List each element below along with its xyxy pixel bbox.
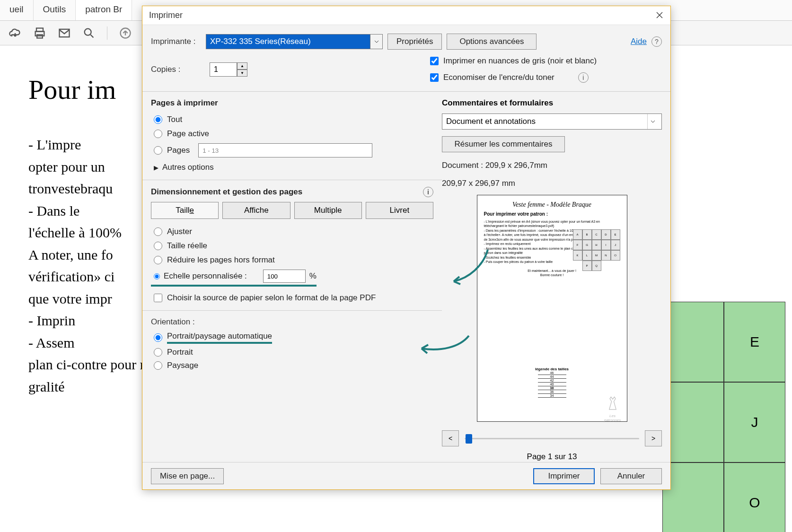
dialog-title-bar: Imprimer bbox=[142, 6, 670, 25]
mail-icon[interactable] bbox=[58, 26, 71, 40]
custom-scale-row[interactable]: Echelle personnalisée : % bbox=[151, 267, 317, 287]
pages-range-label: Pages bbox=[167, 146, 190, 155]
copies-down-button[interactable]: ▼ bbox=[237, 70, 247, 77]
next-page-button[interactable]: > bbox=[645, 430, 662, 446]
fit-row[interactable]: Ajuster bbox=[151, 225, 433, 239]
prev-page-button[interactable]: < bbox=[442, 430, 459, 446]
pages-group-title: Pages à imprimer bbox=[151, 98, 218, 108]
preview-frame: Veste femme - Modèle Braque Pour imprime… bbox=[477, 195, 627, 422]
help-icon[interactable]: ? bbox=[651, 36, 662, 47]
preview-nav: < > bbox=[442, 430, 662, 446]
actual-radio[interactable] bbox=[154, 242, 162, 250]
summarize-comments-label: Résumer les commentaires bbox=[455, 140, 553, 149]
up-icon[interactable] bbox=[119, 26, 132, 40]
size-tab-poster[interactable]: Affiche bbox=[222, 202, 290, 219]
fit-radio[interactable] bbox=[154, 227, 162, 236]
search-icon[interactable] bbox=[82, 26, 96, 40]
grayscale-checkbox-row[interactable]: Imprimer en nuances de gris (noir et bla… bbox=[430, 56, 597, 66]
orientation-title: Orientation : bbox=[151, 317, 433, 327]
green-cell-left bbox=[662, 462, 724, 532]
tab-tools[interactable]: Outils bbox=[34, 0, 76, 20]
dialog-title: Imprimer bbox=[149, 10, 183, 20]
pages-range-input[interactable] bbox=[198, 143, 372, 157]
help-link[interactable]: Aide bbox=[631, 37, 647, 46]
orientation-portrait-radio[interactable] bbox=[154, 348, 162, 357]
page-setup-button[interactable]: Mise en page... bbox=[151, 468, 224, 484]
pages-all-row[interactable]: Tout bbox=[151, 113, 433, 127]
green-cell-o: O bbox=[724, 462, 785, 532]
slider-thumb[interactable] bbox=[466, 434, 472, 444]
info-icon[interactable]: i bbox=[578, 72, 589, 83]
pages-all-radio[interactable] bbox=[154, 115, 162, 124]
green-cell-j-label: J bbox=[751, 414, 758, 430]
comments-select-value: Document et annotations bbox=[446, 117, 536, 126]
copies-up-button[interactable]: ▲ bbox=[237, 62, 247, 70]
cancel-button-label: Annuler bbox=[617, 471, 645, 481]
paper-source-row[interactable]: Choisir la source de papier selon le for… bbox=[151, 287, 433, 303]
size-tab-booklet[interactable]: Livret bbox=[366, 202, 433, 219]
dress-icon: Les patronnes bbox=[603, 396, 622, 417]
actual-row[interactable]: Taille réelle bbox=[151, 239, 433, 253]
orientation-portrait-row[interactable]: Portrait bbox=[151, 346, 433, 359]
printer-select[interactable]: XP-332 335 Series(Réseau) bbox=[206, 34, 383, 49]
size-tab-size[interactable]: Taille bbox=[151, 202, 219, 219]
comments-title: Commentaires et formulaires bbox=[442, 98, 662, 108]
copies-spinbox[interactable]: ▲ ▼ bbox=[210, 62, 247, 77]
shrink-radio[interactable] bbox=[154, 256, 162, 264]
orientation-auto-label: Portrait/paysage automatique bbox=[167, 331, 272, 344]
pages-current-radio[interactable] bbox=[154, 130, 162, 138]
print-icon[interactable] bbox=[33, 26, 46, 40]
advanced-options-label: Options avancées bbox=[459, 37, 524, 46]
paper-source-label: Choisir la source de papier selon le for… bbox=[167, 293, 376, 303]
paper-source-checkbox[interactable] bbox=[154, 294, 162, 302]
mini-subtitle: Pour imprimer votre patron : bbox=[484, 211, 620, 217]
cloud-icon[interactable] bbox=[9, 26, 22, 40]
orientation-landscape-row[interactable]: Paysage bbox=[151, 359, 433, 372]
dialog-body: Imprimante : XP-332 335 Series(Réseau) P… bbox=[142, 25, 670, 462]
print-button[interactable]: Imprimer bbox=[533, 468, 595, 484]
custom-scale-label: Echelle personnalisée : bbox=[164, 271, 247, 281]
close-button[interactable] bbox=[651, 8, 668, 22]
saveink-checkbox-row[interactable]: Economiser de l'encre/du toner i bbox=[430, 72, 597, 83]
copies-input[interactable] bbox=[210, 62, 237, 77]
orientation-group: Orientation : Portrait/paysage automatiq… bbox=[142, 310, 442, 380]
orientation-landscape-radio[interactable] bbox=[154, 361, 162, 370]
shrink-label: Réduire les pages hors format bbox=[167, 255, 275, 265]
summarize-comments-button[interactable]: Résumer les commentaires bbox=[442, 136, 565, 152]
more-options-disclosure[interactable]: ▶Autres options bbox=[151, 160, 433, 172]
custom-scale-radio[interactable] bbox=[154, 273, 160, 279]
pages-range-row[interactable]: Pages bbox=[151, 141, 433, 160]
tab-home[interactable]: ueil bbox=[0, 0, 34, 20]
shrink-row[interactable]: Réduire les pages hors format bbox=[151, 253, 433, 267]
page-slider[interactable] bbox=[465, 438, 639, 439]
orientation-portrait-label: Portrait bbox=[167, 348, 193, 357]
tab-file[interactable]: patron Br bbox=[76, 0, 132, 20]
info-icon[interactable]: i bbox=[423, 187, 433, 197]
properties-button[interactable]: Propriétés bbox=[387, 34, 442, 50]
preview-page-dims: 209,97 x 296,97 mm bbox=[442, 179, 662, 188]
tab-home-label: ueil bbox=[9, 4, 24, 14]
size-tab-multiple[interactable]: Multiple bbox=[294, 202, 362, 219]
advanced-options-button[interactable]: Options avancées bbox=[447, 34, 537, 50]
orientation-auto-row[interactable]: Portrait/paysage automatique bbox=[151, 330, 433, 346]
pages-current-row[interactable]: Page active bbox=[151, 127, 433, 141]
dialog-footer: Mise en page... Imprimer Annuler bbox=[142, 462, 670, 489]
pages-range-radio[interactable] bbox=[154, 146, 162, 155]
custom-scale-input[interactable] bbox=[263, 270, 306, 283]
comments-select[interactable]: Document et annotations bbox=[442, 113, 662, 130]
sizing-group: Dimensionnement et gestion des pagesi Ta… bbox=[142, 180, 442, 310]
preview-doc-dims: Document : 209,9 x 296,7mm bbox=[442, 161, 662, 170]
grayscale-label: Imprimer en nuances de gris (noir et bla… bbox=[443, 56, 597, 66]
saveink-checkbox[interactable] bbox=[430, 73, 439, 82]
orientation-auto-radio[interactable] bbox=[154, 333, 162, 342]
percent-label: % bbox=[309, 271, 317, 281]
green-cell-left bbox=[662, 302, 724, 382]
cancel-button[interactable]: Annuler bbox=[600, 468, 662, 484]
copies-label: Copies : bbox=[151, 65, 201, 74]
more-options-label: Autres options bbox=[162, 163, 214, 172]
size-tab-size-label: Taille bbox=[176, 206, 194, 215]
green-cell-e: E bbox=[724, 302, 785, 382]
print-dialog: Imprimer Imprimante : XP-332 335 Series(… bbox=[142, 6, 671, 490]
grayscale-checkbox[interactable] bbox=[430, 57, 439, 65]
fit-label: Ajuster bbox=[167, 227, 192, 236]
